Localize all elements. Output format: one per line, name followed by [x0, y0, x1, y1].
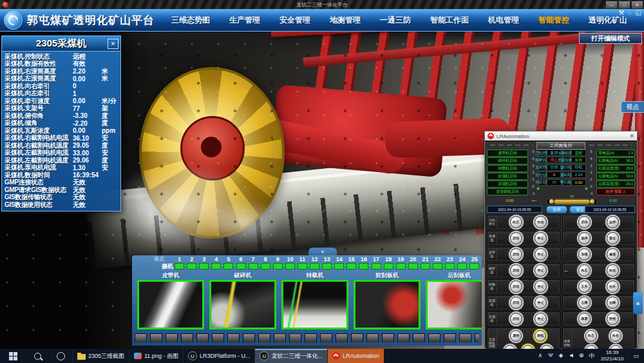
round-button-向右[interactable]: 向右: [535, 216, 547, 228]
strip-thumbnail[interactable]: [305, 333, 317, 342]
channel-status-square[interactable]: [261, 263, 270, 270]
taskbar-item[interactable]: LRAutomation: [327, 349, 384, 363]
taskbar-item[interactable]: ULR3DPlatform - U...: [183, 349, 255, 363]
nav-item-9[interactable]: 透明化矿山: [589, 15, 627, 26]
round-button-减速[interactable]: 减速: [607, 248, 619, 260]
strip-thumbnail[interactable]: [397, 333, 410, 342]
camera-feed-4[interactable]: [354, 280, 421, 329]
nav-item-5[interactable]: 一通三防: [380, 15, 411, 26]
round-button-启动[interactable]: 启动: [578, 216, 591, 228]
channel-status-square[interactable]: [457, 263, 467, 270]
round-button-跟机[interactable]: 跟机: [535, 330, 546, 342]
channel-status-square[interactable]: [433, 263, 442, 270]
estop-alarm-button[interactable]: 急停 报警 ⚠: [596, 188, 635, 195]
nav-item-4[interactable]: 地测管理: [330, 15, 361, 26]
task-view-button[interactable]: [49, 349, 72, 363]
nav-item-2[interactable]: 生产管理: [229, 15, 260, 26]
round-button-停止[interactable]: 停止: [535, 248, 547, 260]
channel-status-square[interactable]: [236, 263, 246, 270]
round-button-启动[interactable]: 启动: [510, 313, 522, 325]
round-button-向左[interactable]: 向左: [578, 264, 591, 277]
channel-status-square[interactable]: [445, 263, 455, 270]
strip-thumbnail[interactable]: [428, 333, 440, 342]
camera-feed-3[interactable]: [281, 280, 348, 329]
channel-status-square[interactable]: [346, 263, 356, 270]
strip-thumbnail[interactable]: [243, 333, 255, 342]
defender-shield-icon[interactable]: ◈: [556, 352, 566, 360]
channel-status-square[interactable]: [298, 263, 307, 270]
strip-thumbnail[interactable]: [135, 333, 147, 342]
viewpoint-tab[interactable]: 视点: [621, 101, 644, 113]
slider-handle[interactable]: [554, 199, 590, 204]
search-button[interactable]: [26, 349, 49, 363]
round-button-启动[interactable]: 启动: [510, 297, 522, 309]
strip-thumbnail[interactable]: [289, 333, 301, 342]
taskbar-item[interactable]: U龙软二三维一体化...: [254, 349, 327, 363]
strip-thumbnail[interactable]: [336, 333, 348, 342]
round-button-总停[interactable]: 总停: [607, 216, 619, 228]
channel-status-square[interactable]: [223, 263, 233, 270]
channel-status-square[interactable]: [322, 263, 332, 270]
lr-start-button[interactable]: 后溜机启动: [487, 181, 528, 188]
round-button-向右[interactable]: 向右: [610, 330, 621, 342]
channel-status-square[interactable]: [310, 263, 319, 270]
round-button-停止[interactable]: 停止: [535, 280, 547, 293]
round-button-停止[interactable]: 停止: [535, 313, 547, 325]
round-button-启动[interactable]: 启动: [510, 280, 522, 293]
channel-status-square[interactable]: [372, 263, 381, 270]
expand-panel-chevron-icon[interactable]: «: [633, 292, 643, 314]
channel-status-square[interactable]: [359, 263, 368, 270]
hidden-icons-icon[interactable]: ∧: [535, 352, 545, 360]
nav-item-8[interactable]: 智能管控: [538, 15, 569, 26]
strip-thumbnail[interactable]: [227, 333, 240, 342]
round-button-启动[interactable]: 启动: [510, 264, 522, 277]
taskbar-item[interactable]: 2305三维截图: [72, 349, 129, 363]
close-icon[interactable]: ✕: [108, 39, 118, 49]
strip-thumbnail[interactable]: [413, 333, 425, 342]
round-button-停止[interactable]: 停止: [535, 264, 547, 277]
channel-status-square[interactable]: [175, 263, 184, 270]
nav-item-1[interactable]: 三维态势图: [171, 15, 210, 26]
channel-status-square[interactable]: [249, 263, 258, 270]
round-button-急停[interactable]: 急停: [578, 232, 591, 244]
channel-status-square[interactable]: [469, 263, 479, 270]
round-button-停止[interactable]: 停止: [535, 297, 547, 309]
round-button-向右[interactable]: 向右: [607, 264, 619, 277]
minimize-button[interactable]: —: [605, 1, 618, 9]
strip-thumbnail[interactable]: [212, 333, 224, 342]
nav-item-3[interactable]: 安全管理: [279, 15, 310, 26]
strip-thumbnail[interactable]: [166, 333, 178, 342]
channel-status-square[interactable]: [334, 263, 344, 270]
wrench-icon[interactable]: ⚒: [619, 10, 625, 16]
network-globe-icon[interactable]: ⊕: [576, 352, 587, 360]
round-button-右降[interactable]: 右降: [607, 297, 619, 309]
round-button-照明[interactable]: 照明: [607, 313, 619, 325]
strip-thumbnail[interactable]: [320, 333, 332, 342]
round-button-遥控[interactable]: 遥控: [510, 330, 522, 342]
lr-start-button[interactable]: 破碎机启动: [487, 157, 528, 164]
round-button-左降[interactable]: 左降: [578, 297, 591, 309]
camera-feed-1[interactable]: [137, 280, 204, 329]
maximize-button[interactable]: □: [618, 1, 630, 9]
close-button[interactable]: ✕: [631, 1, 643, 9]
round-button-复位[interactable]: 复位: [607, 232, 619, 244]
strip-thumbnail[interactable]: [258, 333, 270, 342]
ime-indicator[interactable]: 中: [587, 352, 597, 360]
estop-pill-button[interactable]: 急停: [546, 206, 567, 213]
microphone-icon[interactable]: Ψ: [545, 352, 556, 360]
lr-start-button[interactable]: 支架跟机启动: [487, 188, 528, 195]
channel-status-square[interactable]: [199, 263, 209, 270]
strip-thumbnail[interactable]: [444, 333, 456, 342]
lr-start-button[interactable]: 转载机启动: [487, 165, 528, 172]
speaker-icon[interactable]: ◄: [566, 352, 576, 360]
channel-status-square[interactable]: [187, 263, 196, 270]
channel-status-square[interactable]: [396, 263, 406, 270]
nav-item-7[interactable]: 机电管理: [488, 15, 519, 26]
round-button-启动[interactable]: 启动: [510, 232, 522, 244]
taskbar-item[interactable]: 11.png - 画图: [129, 349, 183, 363]
round-button-停止[interactable]: 停止: [535, 232, 547, 244]
channel-status-square[interactable]: [421, 263, 430, 270]
strip-thumbnail[interactable]: [351, 333, 363, 342]
channel-status-square[interactable]: [273, 263, 283, 270]
channel-status-square[interactable]: [384, 263, 393, 270]
